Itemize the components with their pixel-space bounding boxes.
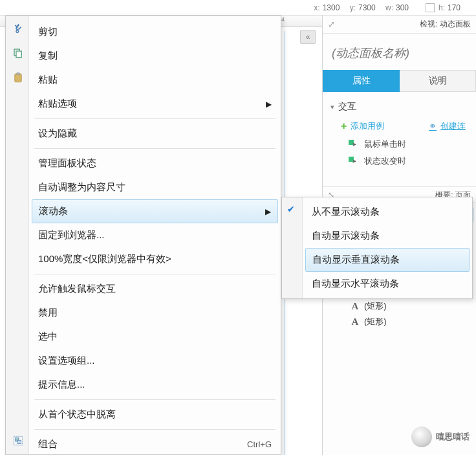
expand-icon[interactable]: ⤢: [328, 19, 335, 29]
inspector-title: 检视: 动态面板: [420, 19, 471, 30]
menu-item-label: 自动调整为内容尺寸: [38, 181, 125, 194]
menu-item-label: 提示信息...: [38, 379, 85, 391]
submenu-items: 从不显示滚动条自动显示滚动条自动显示垂直滚动条自动显示水平滚动条: [303, 197, 472, 298]
w-value[interactable]: 300: [396, 3, 419, 12]
menu-item-label: 粘贴选项: [38, 98, 77, 110]
y-label: y:: [350, 3, 356, 12]
panel-collapse-chevron[interactable]: «: [300, 30, 316, 44]
svg-rect-6: [17, 440, 21, 443]
tab-notes[interactable]: 说明: [400, 70, 476, 92]
menu-item[interactable]: 粘贴选项▶: [29, 92, 281, 116]
h-label: h:: [438, 3, 445, 12]
lock-icons: [426, 3, 435, 12]
menu-item-label: 设为隐藏: [38, 128, 77, 140]
submenu-arrow-icon: ▶: [265, 207, 271, 216]
menu-item[interactable]: 滚动条▶: [32, 199, 278, 223]
x-label: x:: [314, 3, 319, 12]
events-list: 鼠标单击时 状态改变时: [329, 136, 470, 170]
context-menu-iconcol: [6, 16, 29, 454]
menu-item-label: 禁用: [38, 307, 58, 319]
event-onstatechange[interactable]: 状态改变时: [349, 153, 470, 170]
w-label: w:: [385, 3, 393, 12]
prop-y: y: 7300: [350, 3, 382, 12]
tab-properties[interactable]: 属性: [323, 70, 400, 92]
svg-rect-3: [17, 73, 20, 75]
svg-rect-2: [15, 74, 22, 82]
menu-item[interactable]: 禁用: [29, 301, 281, 325]
plus-icon: +: [341, 121, 347, 131]
menu-item-label: 粘贴: [38, 74, 58, 86]
submenu-item[interactable]: 自动显示水平滚动条: [303, 272, 472, 296]
menu-item[interactable]: 组合Ctrl+G: [29, 432, 281, 455]
section-header-interactions[interactable]: ▾ 交互: [329, 96, 470, 118]
menu-item[interactable]: 粘贴: [29, 68, 281, 92]
tree-label: (矩形): [364, 316, 387, 327]
menu-item-shortcut: Ctrl+G: [247, 439, 272, 449]
menu-item-label: 复制: [38, 50, 58, 62]
paste-icon: [12, 72, 24, 83]
submenu-item[interactable]: 自动显示垂直滚动条: [305, 248, 470, 272]
event-label: 鼠标单击时: [364, 139, 406, 150]
event-icon: [349, 140, 359, 149]
menu-item-label: 允许触发鼠标交互: [38, 283, 116, 295]
scrollbar-submenu: ✔ 从不显示滚动条自动显示滚动条自动显示垂直滚动条自动显示水平滚动条: [281, 197, 473, 299]
y-value[interactable]: 7300: [358, 3, 382, 12]
tree-row[interactable]: A(矩形): [325, 298, 473, 314]
menu-item-label: 100%宽度<仅限浏览器中有效>: [38, 253, 171, 265]
inspector-titlebar: ⤢ 检视: 动态面板: [323, 16, 476, 34]
interaction-actions: + 添加用例 ⚭ 创建连: [329, 118, 470, 136]
inspect-label: 检视:: [420, 19, 437, 28]
panel-name-input[interactable]: (动态面板名称): [323, 34, 476, 70]
submenu-iconcol: ✔: [282, 197, 303, 298]
menu-separator: [34, 148, 276, 149]
text-icon: A: [350, 302, 360, 311]
menu-item[interactable]: 剪切: [29, 20, 281, 44]
submenu-arrow-icon: ▶: [266, 100, 272, 109]
menu-item-label: 选中: [38, 331, 58, 343]
submenu-item[interactable]: 从不显示滚动条: [303, 200, 472, 224]
menu-item[interactable]: 设置选项组...: [29, 349, 281, 373]
create-link-button[interactable]: ⚭ 创建连: [429, 120, 466, 132]
menu-item[interactable]: 设为隐藏: [29, 122, 281, 146]
menu-item[interactable]: 提示信息...: [29, 373, 281, 397]
menu-separator: [34, 399, 276, 400]
menu-separator: [34, 118, 276, 119]
prop-w: w: 300: [385, 3, 419, 12]
avatar-icon: [411, 427, 432, 447]
tree-label: (矩形): [364, 300, 387, 312]
watermark-text: 暿思暿话: [436, 431, 470, 443]
lock-icon[interactable]: [426, 3, 435, 12]
create-link-label: 创建连: [440, 120, 466, 132]
x-value[interactable]: 1300: [323, 3, 346, 12]
menu-item[interactable]: 允许触发鼠标交互: [29, 277, 281, 301]
section-interactions: ▾ 交互 + 添加用例 ⚭ 创建连 鼠标单击时 状态改变时: [323, 92, 476, 173]
text-icon: A: [350, 317, 360, 327]
cut-icon: [12, 23, 24, 34]
menu-item[interactable]: 固定到浏览器...: [29, 223, 281, 247]
menu-separator: [34, 274, 276, 274]
event-label: 状态改变时: [364, 155, 406, 167]
add-case-label: 添加用例: [351, 120, 384, 132]
prop-x: x: 1300: [314, 3, 345, 12]
add-case-button[interactable]: + 添加用例: [341, 120, 384, 132]
menu-item[interactable]: 自动调整为内容尺寸: [29, 175, 281, 199]
menu-item[interactable]: 复制: [29, 44, 281, 68]
menu-item[interactable]: 100%宽度<仅限浏览器中有效>: [29, 247, 281, 271]
section-title: 交互: [338, 101, 356, 113]
link-icon: ⚭: [429, 121, 437, 131]
submenu-item[interactable]: 自动显示滚动条: [303, 224, 472, 248]
event-onclick[interactable]: 鼠标单击时: [349, 136, 470, 153]
tree-row[interactable]: A(矩形): [325, 314, 473, 329]
menu-item-label: 滚动条: [39, 205, 68, 217]
menu-item[interactable]: 选中: [29, 325, 281, 349]
h-value[interactable]: 170: [448, 3, 471, 12]
check-icon: ✔: [287, 204, 295, 214]
menu-item-label: 管理面板状态: [38, 157, 96, 170]
menu-item-label: 组合: [38, 438, 58, 450]
menu-item[interactable]: 从首个状态中脱离: [29, 403, 281, 427]
menu-separator: [34, 429, 276, 430]
event-icon: [349, 157, 359, 166]
menu-item[interactable]: 管理面板状态: [29, 151, 281, 175]
inspect-value: 动态面板: [440, 19, 471, 28]
prop-h: h: 170: [438, 3, 471, 12]
